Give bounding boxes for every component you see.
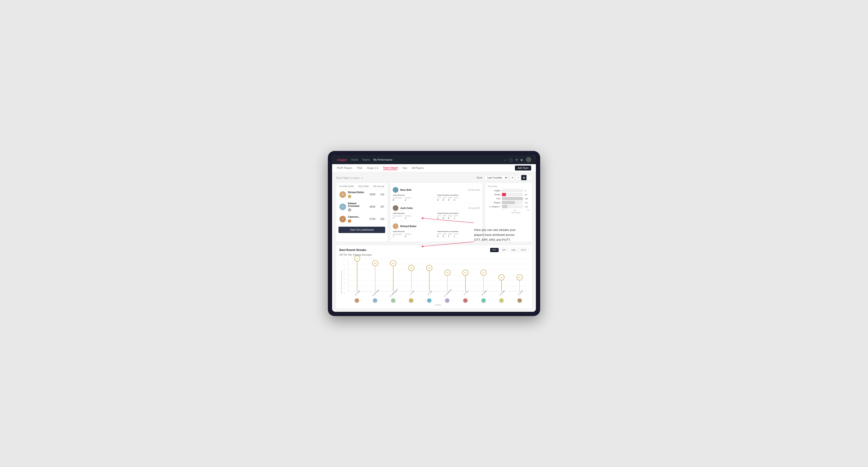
avatar xyxy=(393,205,398,211)
bar-label: D. Bogeys + xyxy=(488,206,500,208)
streak-bubble: 6x xyxy=(372,260,378,266)
top-nav: clippd Home Teams My Performance ⌕ ◯ ✉ ▶ xyxy=(332,155,536,164)
nav-my-performance[interactable]: My Performance xyxy=(373,158,393,161)
subnav-hcaps[interactable]: Hcaps 1-5 xyxy=(367,166,378,170)
practice-val: 2 xyxy=(405,217,411,219)
arg-label: ARG xyxy=(448,197,452,199)
putt-val: 1 xyxy=(454,217,459,219)
streak-bubble: 3x xyxy=(517,274,523,280)
practice-label: Practice xyxy=(405,197,411,199)
bar-row: Pars 499 xyxy=(488,197,530,200)
player-score: 17/20 xyxy=(368,218,376,220)
streaks-buttons: OTT APP ARG PUTT xyxy=(490,248,529,252)
subnav-all-players[interactable]: All Players xyxy=(412,166,424,170)
subnav-tour[interactable]: Tour xyxy=(402,166,407,170)
show-select[interactable]: Last 3 months Last 6 months Last year xyxy=(484,175,508,180)
search-icon[interactable]: ⌕ xyxy=(504,158,506,161)
bar-value: 131 xyxy=(525,206,530,208)
axis-tick: 200 xyxy=(514,210,516,211)
avatar: EC xyxy=(339,204,346,210)
bar-container xyxy=(502,205,523,208)
add-team-button[interactable]: Add Team xyxy=(515,165,531,170)
player-card-name: Josh Coles xyxy=(400,207,413,210)
practice-activities-label: Total Practice Activities xyxy=(437,194,480,196)
streak-line xyxy=(375,263,375,291)
player-avg: 110 xyxy=(378,193,384,196)
streak-bubble: 5x xyxy=(408,265,414,271)
table-row: EC Edward Crossman 2 18/20 107 xyxy=(338,200,385,214)
y-axis-labels: 7 6 5 4 3 2 1 0 xyxy=(344,258,348,306)
player-avatar xyxy=(391,298,396,303)
team-title-area: Team Clippd 14 Players ✏ xyxy=(336,176,363,180)
player-info: Edward Crossman 2 xyxy=(348,202,366,212)
practice-label: Practice xyxy=(405,215,411,217)
export-button[interactable]: ↓ xyxy=(527,175,532,180)
player-avatar xyxy=(463,298,468,303)
y-label-3: 3 xyxy=(344,278,348,280)
bar-label: Birdies xyxy=(488,193,500,196)
streak-bubble: 4x xyxy=(480,270,487,276)
ott-val: 0 xyxy=(437,199,441,201)
streak-line xyxy=(393,263,394,291)
player-avatar xyxy=(517,298,522,303)
nav-home[interactable]: Home xyxy=(351,158,358,161)
list-item: Richard Butler Total Rounds Tournament xyxy=(393,221,480,239)
player-avatar xyxy=(499,298,504,303)
bar-label: Eagles xyxy=(488,189,500,192)
y-label-6: 6 xyxy=(344,264,348,266)
settings-icon[interactable]: ▶ xyxy=(521,158,523,161)
arg-button[interactable]: ARG xyxy=(509,248,518,252)
ott-button[interactable]: OTT xyxy=(490,248,499,252)
player-card-date: 26 Aug 2023 xyxy=(468,207,480,209)
list-item: Josh Coles 26 Aug 2023 Total Rounds Tour… xyxy=(393,203,480,221)
axis-tick: 0 xyxy=(502,210,503,211)
list-view-button[interactable]: ≡ xyxy=(516,175,521,180)
app-button[interactable]: APP xyxy=(500,248,508,252)
view-full-leaderboard-button[interactable]: View Full Leaderboard xyxy=(338,227,385,233)
subnav-pgat[interactable]: PGAT Players xyxy=(337,166,352,170)
bar-value: 3 xyxy=(525,190,530,192)
putt-button[interactable]: PUTT xyxy=(519,248,529,252)
bar-container xyxy=(502,201,523,204)
edit-icon[interactable]: ✏ xyxy=(361,177,363,179)
annotation-text: Here you can see streaks your players ha… xyxy=(474,228,521,242)
sub-nav: PGAT Players PGA Hcaps 1-5 Team Clippd T… xyxy=(332,164,536,172)
ott-label: OTT xyxy=(437,197,441,199)
player-card-header: Richard Butler xyxy=(393,223,480,229)
ott-label: OTT xyxy=(437,233,441,235)
avatar[interactable] xyxy=(526,157,531,162)
nav-teams[interactable]: Teams xyxy=(362,158,370,161)
bell-icon[interactable]: ✉ xyxy=(516,158,518,161)
grid-view-button[interactable]: ⊞ xyxy=(510,175,515,180)
streaks-chart: Best Streak, Fairway Accuracy 7 6 5 4 3 … xyxy=(339,258,529,306)
bar-fill xyxy=(502,205,507,208)
annotation: Here you can see streaks your players ha… xyxy=(474,228,521,242)
streak-line xyxy=(429,268,430,291)
arg-label: ARG xyxy=(448,233,452,235)
player-score: 19/20 xyxy=(368,193,376,196)
app-val: 0 xyxy=(443,235,446,238)
nav-links: Home Teams My Performance xyxy=(351,158,392,161)
player-card-date: 02 Sep 2023 xyxy=(468,189,480,191)
user-icon[interactable]: ◯ xyxy=(509,158,513,161)
putt-label: PUTT xyxy=(454,197,459,199)
detail-view-button[interactable]: ▦ xyxy=(521,175,526,180)
player-info: Cameron... 3 xyxy=(348,216,366,223)
putt-label: PUTT xyxy=(454,215,459,217)
streak-bubble: 3x xyxy=(498,274,504,280)
app-label: APP xyxy=(443,197,446,199)
sub-nav-right: Add Team xyxy=(515,165,531,170)
team-title: Team Clippd 14 Players xyxy=(336,177,361,179)
nav-right: ⌕ ◯ ✉ ▶ xyxy=(504,157,531,162)
player-avatar xyxy=(373,298,377,303)
player-cards-panel: Rees Britt 02 Sep 2023 Total Rounds Tour… xyxy=(390,183,483,242)
bar-value: 96 xyxy=(525,194,530,196)
player-avatar xyxy=(427,298,432,303)
y-axis-title: Best Streak, Fairway Accuracy xyxy=(341,271,342,293)
bar-chart-title: Total Shots xyxy=(488,185,530,187)
y-axis-title-wrapper: Best Streak, Fairway Accuracy xyxy=(339,258,343,306)
subnav-pga[interactable]: PGA xyxy=(357,166,362,170)
player-avatar xyxy=(481,298,486,303)
subnav-team-clippd[interactable]: Team Clippd xyxy=(383,166,398,170)
y-label-7: 7 xyxy=(344,259,348,261)
